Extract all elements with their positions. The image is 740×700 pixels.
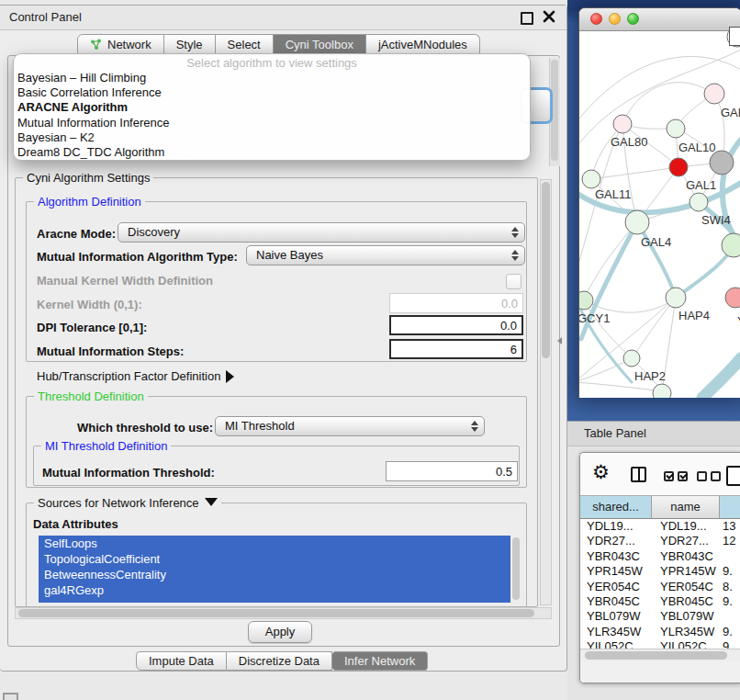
apply-button[interactable]: Apply <box>248 621 312 643</box>
network-node-gal[interactable] <box>704 84 724 104</box>
unchecked-checkbox-icon[interactable] <box>697 471 707 481</box>
table-cell[interactable]: YLR345W <box>580 625 652 639</box>
table-cell[interactable]: 8. <box>720 580 740 594</box>
settings-vertical-scrollbar[interactable] <box>540 179 552 605</box>
table-row[interactable]: YBR043CYBR043C <box>580 549 740 564</box>
tab-jactivemnodules[interactable]: jActiveMNodules <box>366 34 480 55</box>
scrollbar-thumb[interactable] <box>542 182 550 358</box>
table-row[interactable]: YDL19...YDL19...13 <box>580 519 740 534</box>
table-row[interactable]: YBR045CYBR045C9. <box>580 594 740 609</box>
dock-panel-icon[interactable] <box>3 693 18 700</box>
algorithm-option[interactable]: Dream8 DC_TDC Algorithm <box>14 145 530 160</box>
table-cell[interactable]: YDR27... <box>580 534 652 548</box>
close-button[interactable] <box>590 13 602 25</box>
dpi-tolerance-field[interactable] <box>389 315 523 335</box>
network-canvas[interactable]: GALGAL80GAL10GAL1GAL11SWI4GAL4GCY1HAP4YH… <box>579 31 740 398</box>
table-row[interactable]: YIL052CYIL052C9. <box>580 639 740 649</box>
network-node-y[interactable] <box>725 288 740 308</box>
network-node-gal11[interactable] <box>582 170 600 188</box>
mi-threshold-field[interactable] <box>386 461 518 481</box>
node-right-green[interactable] <box>722 233 740 257</box>
table-cell[interactable]: YIL052C <box>652 639 720 649</box>
zoom-button[interactable] <box>627 13 639 25</box>
minimize-button[interactable] <box>609 13 621 25</box>
column-header[interactable]: name <box>652 495 720 519</box>
which-threshold-combobox[interactable]: MI Threshold <box>215 416 485 436</box>
scrollbar-thumb[interactable] <box>18 609 534 617</box>
table-cell[interactable] <box>720 609 740 624</box>
hub-definition-expander[interactable]: Hub/Transcription Factor Definition <box>37 369 234 384</box>
table-cell[interactable]: YBR043C <box>652 549 720 564</box>
network-node-gal10[interactable] <box>667 119 685 138</box>
table-row[interactable]: YLR345WYLR345W9. <box>580 625 740 639</box>
network-node-swi4[interactable] <box>690 193 708 211</box>
algorithm-option[interactable]: ARACNE Algorithm <box>14 100 530 115</box>
tab-style[interactable]: Style <box>164 34 216 55</box>
scrollbar-thumb[interactable] <box>512 537 520 600</box>
table-row[interactable]: YER054CYER054C8. <box>580 580 740 594</box>
float-window-icon[interactable] <box>521 12 533 25</box>
table-cell[interactable]: YPR145W <box>580 564 652 579</box>
aracne-mode-combobox[interactable]: Discovery <box>118 222 525 243</box>
tab-network[interactable]: Network <box>77 34 164 55</box>
table-row[interactable]: YDR27...YDR27...12 <box>580 534 740 548</box>
mi-algorithm-type-combobox[interactable]: Naive Bayes <box>246 245 525 265</box>
attribute-item[interactable]: gal4RGexp <box>39 582 510 598</box>
table-row[interactable]: YBL079WYBL079W <box>580 609 740 624</box>
table-cell[interactable]: YIL052C <box>580 639 652 649</box>
network-node-gal4[interactable] <box>625 210 649 234</box>
algorithm-option[interactable]: Basic Correlation Inference <box>14 85 530 100</box>
column-layout-icon[interactable] <box>631 467 646 482</box>
table-cell[interactable]: YBR043C <box>580 549 652 564</box>
scrollbar-thumb[interactable] <box>585 651 727 660</box>
tab-discretize-data[interactable]: Discretize Data <box>227 651 332 671</box>
tab-impute-data[interactable]: Impute Data <box>136 651 227 671</box>
table-cell[interactable]: 13 <box>720 519 740 534</box>
column-header[interactable]: shared... <box>580 495 652 519</box>
settings-horizontal-scrollbar[interactable] <box>15 607 552 619</box>
attributes-scrollbar[interactable] <box>510 536 521 603</box>
gear-icon[interactable]: ⚙ <box>592 461 610 483</box>
sources-expander[interactable]: Sources for Network Inference <box>34 496 221 510</box>
table-cell[interactable]: YBL079W <box>580 609 652 624</box>
attribute-item[interactable]: TopologicalCoefficient <box>39 551 510 567</box>
network-node-gal1[interactable] <box>669 158 688 176</box>
table-cell[interactable]: YPR145W <box>652 564 720 579</box>
table-cell[interactable]: 9. <box>720 594 740 609</box>
column-header[interactable] <box>720 495 740 519</box>
table-cell[interactable]: 9. <box>720 625 740 639</box>
network-node-gal80[interactable] <box>613 115 632 133</box>
table-cell[interactable]: YBR045C <box>580 594 652 609</box>
checked-checkbox-icon[interactable] <box>678 471 688 481</box>
table-cell[interactable]: YDR27... <box>652 534 720 548</box>
network-node-gcy1[interactable] <box>579 291 593 310</box>
mi-steps-field[interactable] <box>389 339 523 359</box>
node-partial-bottom[interactable] <box>653 384 671 398</box>
tab-cyni-toolbox[interactable]: Cyni Toolbox <box>274 34 366 55</box>
table-cell[interactable]: 9. <box>720 639 740 649</box>
document-icon[interactable] <box>726 466 740 486</box>
table-cell[interactable]: YER054C <box>652 580 720 594</box>
attribute-item[interactable]: BetweennessCentrality <box>39 567 510 582</box>
algorithm-option[interactable]: Bayesian – Hill Climbing <box>14 71 530 85</box>
checked-checkbox-icon[interactable] <box>664 471 674 481</box>
unchecked-checkbox-icon[interactable] <box>711 471 721 481</box>
splitter-arrow-icon[interactable] <box>557 337 562 344</box>
table-cell[interactable]: 9. <box>720 564 740 579</box>
table-cell[interactable]: YER054C <box>580 580 652 594</box>
table-horizontal-scrollbar[interactable] <box>580 649 740 661</box>
table-cell[interactable]: YDL19... <box>580 519 652 534</box>
table-cell[interactable]: YBL079W <box>652 609 720 624</box>
network-node-hap4[interactable] <box>666 288 686 308</box>
tab-select[interactable]: Select <box>216 34 274 55</box>
table-cell[interactable] <box>720 549 740 564</box>
close-icon[interactable] <box>543 10 555 23</box>
algorithm-option[interactable]: Bayesian – K2 <box>14 130 530 145</box>
table-cell[interactable]: YBR045C <box>652 594 720 609</box>
table-cell[interactable]: 12 <box>720 534 740 548</box>
network-node-hap2[interactable] <box>623 350 640 367</box>
table-row[interactable]: YPR145WYPR145W9. <box>580 564 740 579</box>
table-cell[interactable]: YDL19... <box>652 519 720 534</box>
tab-infer-network[interactable]: Infer Network <box>332 651 428 671</box>
attribute-item[interactable]: SelfLoops <box>39 536 510 551</box>
